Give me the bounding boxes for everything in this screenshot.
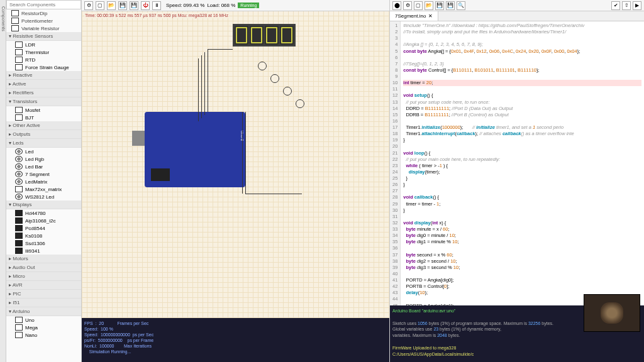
component-sidebar: ResistorDipPotentiometerVariable Resisto… — [6, 0, 82, 362]
search-input[interactable] — [6, 0, 81, 9]
left-tab-strip[interactable]: Components — [0, 0, 6, 362]
component-thermistor[interactable]: Thermistor — [6, 48, 81, 56]
save-as-icon[interactable]: 💾 — [130, 1, 138, 10]
component-icon — [11, 25, 19, 31]
component-ks0108[interactable]: Ks0108 — [6, 232, 81, 239]
transistor-2[interactable] — [270, 74, 279, 83]
component-max72xx_matrix[interactable]: Max72xx_matrix — [6, 185, 81, 193]
transistor-1[interactable] — [258, 62, 267, 70]
component-icon — [15, 240, 23, 246]
arduino-board[interactable]: Uno-2 — [145, 112, 245, 187]
component-icon — [15, 107, 23, 113]
seg-digit-3 — [280, 26, 294, 45]
component-mega[interactable]: Mega — [6, 324, 81, 331]
power-icon[interactable]: ⏻ — [141, 1, 150, 10]
component-icon — [15, 217, 23, 224]
component-resistordip[interactable]: ResistorDip — [6, 9, 81, 17]
component-icon — [15, 186, 23, 192]
component-hd44780[interactable]: Hd44780 — [6, 209, 81, 217]
category-rectifiers[interactable]: ▸ Rectifiers — [6, 89, 81, 97]
seg-digit-0 — [235, 26, 248, 45]
code-saveas-icon[interactable]: 💾 — [446, 1, 455, 10]
category-avr[interactable]: ▸ AVR — [6, 281, 81, 290]
new-icon[interactable]: ▢ — [96, 1, 104, 10]
component-icon — [15, 148, 23, 155]
seven-segment-display[interactable] — [233, 24, 296, 47]
component-ili9341[interactable]: Ili9341 — [6, 247, 81, 255]
sim-toolbar: ⚙ ▢ 📂 💾 💾 ⏻ ⏸ Speed: 099.43 % Load: 068 … — [82, 0, 389, 11]
component-aip31068_i2c[interactable]: Aip31068_i2c — [6, 217, 81, 224]
component-nano[interactable]: Nano — [6, 331, 81, 339]
component-led-rgb[interactable]: Led Rgb — [6, 155, 81, 163]
code-toolbar: ⬤ ⚙ ▢ 📂 💾 💾 🔍 ✔ ⇧ ▶ — [390, 0, 644, 11]
component-ldr[interactable]: LDR — [6, 41, 81, 48]
component-icon — [15, 171, 23, 177]
category-leds[interactable]: ▾ Leds — [6, 139, 81, 148]
webcam-overlay — [584, 294, 640, 332]
open-icon[interactable]: 📂 — [107, 1, 116, 10]
save-icon[interactable]: 💾 — [118, 1, 127, 10]
component-icon — [11, 18, 19, 24]
seg-digit-1 — [250, 26, 264, 45]
component-potentiometer[interactable]: Potentiometer — [6, 17, 81, 25]
code-new-icon[interactable]: ▢ — [414, 1, 423, 10]
component-ssd1306[interactable]: Ssd1306 — [6, 239, 81, 247]
settings-icon[interactable]: ⚙ — [84, 1, 93, 10]
component-icon — [15, 210, 23, 216]
component-icon — [15, 233, 23, 239]
running-badge: Running — [238, 3, 259, 8]
code-save-icon[interactable]: 💾 — [435, 1, 444, 10]
debug-icon[interactable]: ⬤ — [392, 1, 401, 10]
component-rtd[interactable]: RTD — [6, 56, 81, 63]
close-icon[interactable]: ✕ — [428, 13, 433, 19]
component-bjt[interactable]: BJT — [6, 114, 81, 121]
category-active[interactable]: ▸ Active — [6, 80, 81, 89]
category-displays[interactable]: ▾ Displays — [6, 200, 81, 209]
component-led-bar[interactable]: Led Bar — [6, 163, 81, 170]
category-micro[interactable]: ▸ Micro — [6, 272, 81, 281]
sim-console: FPS : 20 Frames per SecSpeed: 100 %Speed… — [82, 318, 389, 362]
component-icon — [15, 64, 23, 70]
component-force-strain-gauge[interactable]: Force Strain Gauge — [6, 63, 81, 71]
category-motors[interactable]: ▸ Motors — [6, 255, 81, 263]
component-icon — [15, 156, 23, 162]
code-editor[interactable]: 1234567891011121314151617181920212223242… — [390, 21, 644, 305]
component-icon — [15, 41, 23, 48]
component-uno[interactable]: Uno — [6, 316, 81, 324]
component-icon — [15, 248, 23, 254]
code-settings-icon[interactable]: ⚙ — [403, 1, 412, 10]
component-variable-resistor[interactable]: Variable Resistor — [6, 25, 81, 32]
component-icon — [15, 194, 23, 200]
component-mosfet[interactable]: Mosfet — [6, 106, 81, 114]
category-outputs[interactable]: ▸ Outputs — [6, 130, 81, 139]
component-ledmatrix[interactable]: LedMatrix — [6, 178, 81, 185]
upload-icon[interactable]: ⇧ — [622, 1, 631, 10]
circuit-canvas[interactable]: Time: 00:00:39 s 522 ms 557 µs 937 ns 50… — [82, 11, 389, 318]
run-icon[interactable]: ▶ — [633, 1, 641, 10]
category-arduino[interactable]: ▾ Arduino — [6, 307, 81, 316]
transistor-3[interactable] — [283, 87, 292, 96]
transistor-4[interactable] — [296, 99, 304, 108]
sim-time-status: Time: 00:00:39 s 522 ms 557 µs 937 ns 50… — [84, 13, 229, 18]
find-icon[interactable]: 🔍 — [457, 1, 465, 10]
component-ws2812-led[interactable]: WS2812 Led — [6, 193, 81, 200]
component-led[interactable]: Led — [6, 148, 81, 155]
category-reactive[interactable]: ▸ Reactive — [6, 71, 81, 80]
component-icon — [11, 10, 19, 16]
load-label: Load: 068 % — [207, 3, 235, 8]
category-transistors[interactable]: ▾ Transistors — [6, 97, 81, 106]
component-icon — [15, 225, 23, 231]
category-i51[interactable]: ▸ I51 — [6, 299, 81, 307]
category-resistive-sensors[interactable]: ▾ Resistive Sensors — [6, 32, 81, 41]
compile-icon[interactable]: ✔ — [611, 1, 620, 10]
component-icon — [15, 317, 23, 323]
code-open-icon[interactable]: 📂 — [425, 1, 433, 10]
category-audio-out[interactable]: ▸ Audio Out — [6, 263, 81, 272]
component-pcd8544[interactable]: Pcd8544 — [6, 224, 81, 232]
code-tab-active[interactable]: 7Segment.ino✕ — [390, 11, 438, 21]
category-other-active[interactable]: ▸ Other Active — [6, 121, 81, 130]
category-pic[interactable]: ▸ PIC — [6, 290, 81, 299]
component-7-segment[interactable]: 7 Segment — [6, 170, 81, 178]
pause-icon[interactable]: ⏸ — [152, 1, 161, 10]
component-icon — [15, 57, 23, 63]
